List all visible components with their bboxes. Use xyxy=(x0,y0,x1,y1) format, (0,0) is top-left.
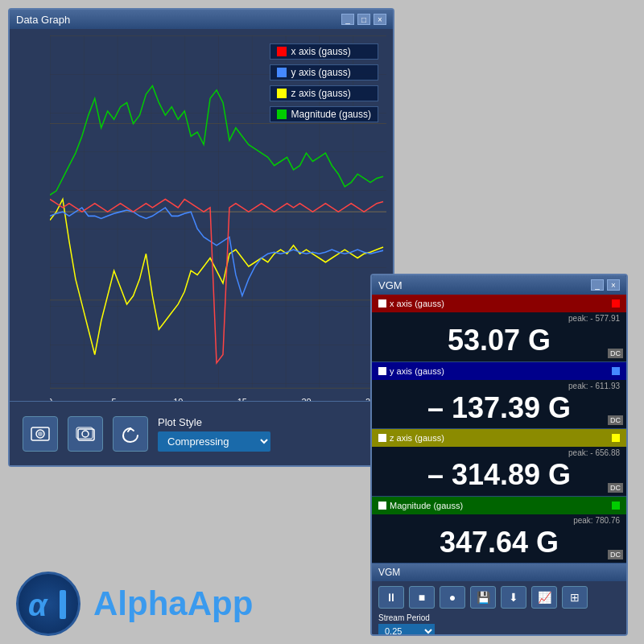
alpha-logo-svg: α xyxy=(24,584,72,624)
alpha-logo-circle: α xyxy=(16,572,80,636)
legend-x: x axis (gauss) xyxy=(270,43,378,60)
stream-period-section: Stream Period 0.25 0.5 1.0 xyxy=(378,613,620,636)
channel-mag-label: ✓ Magnitude (gauss) xyxy=(378,501,463,510)
vgm-bottom-controls: VGM ⏸ ■ ● 💾 ⬇ 📈 ⊞ Stream Period 0.25 0.5… xyxy=(372,564,626,636)
svg-rect-25 xyxy=(60,590,66,619)
channel-y-value: – 137.39 G xyxy=(378,392,620,424)
refresh-button[interactable] xyxy=(113,416,148,452)
vgm-title: VGM xyxy=(378,279,402,291)
stop-button[interactable]: ■ xyxy=(409,586,435,609)
svg-point-20 xyxy=(38,431,43,436)
legend-y: y axis (gauss) xyxy=(270,64,378,80)
grid-button[interactable]: ⊞ xyxy=(562,586,588,609)
multi-image-icon xyxy=(76,426,95,442)
channel-x-dc: DC xyxy=(608,349,623,358)
record-button[interactable]: ● xyxy=(440,586,465,609)
channel-mag-section: ✓ Magnitude (gauss) peak: 780.76 347.64 … xyxy=(372,497,626,564)
legend-mag-color xyxy=(277,109,287,119)
bottom-toolbar: Plot Style Compressing Scrolling Fixed xyxy=(10,401,393,465)
legend-x-label: x axis (gauss) xyxy=(291,46,351,57)
alpha-app-name: AlphaApp xyxy=(93,584,253,623)
pause-button[interactable]: ⏸ xyxy=(378,586,404,609)
chart-legend: x axis (gauss) y axis (gauss) z axis (ga… xyxy=(270,43,378,122)
plot-style-label: Plot Style xyxy=(158,416,270,428)
channel-x-value-area: peak: - 577.91 53.07 G DC xyxy=(372,312,626,361)
x-color-indicator xyxy=(612,299,620,308)
channel-z-value-area: peak: - 656.88 – 314.89 G DC xyxy=(372,447,626,496)
channel-mag-header: ✓ Magnitude (gauss) xyxy=(372,497,626,514)
channel-mag-value: 347.64 G xyxy=(378,526,620,559)
legend-z-label: z axis (gauss) xyxy=(291,88,351,99)
legend-z-color xyxy=(277,89,287,98)
channel-z-section: ✓ z axis (gauss) peak: - 656.88 – 314.89… xyxy=(372,429,626,497)
save-button[interactable]: 💾 xyxy=(470,586,496,609)
channel-z-header: ✓ z axis (gauss) xyxy=(372,429,626,447)
channel-y-dc: DC xyxy=(608,415,623,425)
legend-z: z axis (gauss) xyxy=(270,85,378,101)
svg-point-23 xyxy=(82,431,89,437)
maximize-button[interactable]: □ xyxy=(357,14,370,25)
channel-x-header: ✓ x axis (gauss) xyxy=(372,295,626,312)
window-controls: _ □ × xyxy=(341,14,386,25)
mag-color-indicator xyxy=(612,502,620,510)
channel-x-label: ✓ x axis (gauss) xyxy=(378,299,444,308)
data-graph-titlebar: Data Graph _ □ × xyxy=(10,10,393,29)
legend-mag: Magnitude (gauss) xyxy=(270,106,378,122)
channel-y-section: ✓ y axis (gauss) peak: - 611.93 – 137.39… xyxy=(372,362,626,430)
channel-z-value: – 314.89 G xyxy=(378,459,620,491)
capture-button[interactable] xyxy=(23,416,58,452)
vgm-close-button[interactable]: × xyxy=(607,279,620,291)
channel-z-peak: peak: - 656.88 xyxy=(378,448,620,457)
channel-y-value-area: peak: - 611.93 – 137.39 G DC xyxy=(372,380,626,429)
channel-x-section: ✓ x axis (gauss) peak: - 577.91 53.07 G … xyxy=(372,295,626,362)
close-button[interactable]: × xyxy=(374,14,386,25)
channel-z-label: ✓ z axis (gauss) xyxy=(378,433,444,443)
data-graph-window: Data Graph _ □ × gauss xyxy=(8,8,394,467)
channel-x-value: 53.07 G xyxy=(378,324,620,357)
vgm-window-controls: _ × xyxy=(591,279,620,291)
plot-style-dropdown[interactable]: Compressing Scrolling Fixed xyxy=(158,431,270,452)
channel-x-peak: peak: - 577.91 xyxy=(378,314,620,323)
data-graph-title: Data Graph xyxy=(16,14,70,26)
vgm-bottom-title: VGM xyxy=(372,564,626,581)
channel-y-check: ✓ xyxy=(378,367,386,375)
multi-capture-button[interactable] xyxy=(68,416,103,452)
vgm-window: VGM _ × ✓ x axis (gauss) peak: - 577.91 … xyxy=(370,274,628,636)
svg-text:α: α xyxy=(28,588,48,622)
y-color-indicator xyxy=(612,367,620,375)
channel-y-peak: peak: - 611.93 xyxy=(378,382,620,390)
chart-container: 1,000 500 0 -500 -1,000 0 5 10 15 20 25 … xyxy=(50,35,386,422)
channel-mag-dc: DC xyxy=(608,550,623,559)
legend-y-color xyxy=(277,68,287,77)
download-button[interactable]: ⬇ xyxy=(501,586,526,609)
z-color-indicator xyxy=(612,434,620,442)
image-icon xyxy=(31,426,50,442)
channel-mag-check: ✓ xyxy=(378,502,386,510)
alpha-logo-area: α AlphaApp xyxy=(16,572,253,636)
plot-style-section: Plot Style Compressing Scrolling Fixed xyxy=(158,416,270,452)
legend-mag-label: Magnitude (gauss) xyxy=(291,109,371,120)
channel-y-label: ✓ y axis (gauss) xyxy=(378,366,444,376)
channel-z-check: ✓ xyxy=(378,434,386,442)
vgm-titlebar: VGM _ × xyxy=(372,275,626,295)
stream-period-label: Stream Period xyxy=(378,613,620,622)
channel-x-check: ✓ xyxy=(378,299,386,308)
channel-mag-value-area: peak: 780.76 347.64 G DC xyxy=(372,514,626,564)
channel-y-header: ✓ y axis (gauss) xyxy=(372,362,626,380)
channel-z-dc: DC xyxy=(608,483,623,493)
minimize-button[interactable]: _ xyxy=(341,14,354,25)
vgm-controls-row: ⏸ ■ ● 💾 ⬇ 📈 ⊞ xyxy=(378,586,620,609)
channel-mag-peak: peak: 780.76 xyxy=(378,516,620,525)
vgm-minimize-button[interactable]: _ xyxy=(591,279,604,291)
plot-button[interactable]: 📈 xyxy=(531,586,557,609)
legend-y-label: y axis (gauss) xyxy=(291,67,351,78)
stream-period-select[interactable]: 0.25 0.5 1.0 xyxy=(378,624,435,636)
legend-x-color xyxy=(277,47,287,56)
refresh-icon xyxy=(121,425,140,443)
